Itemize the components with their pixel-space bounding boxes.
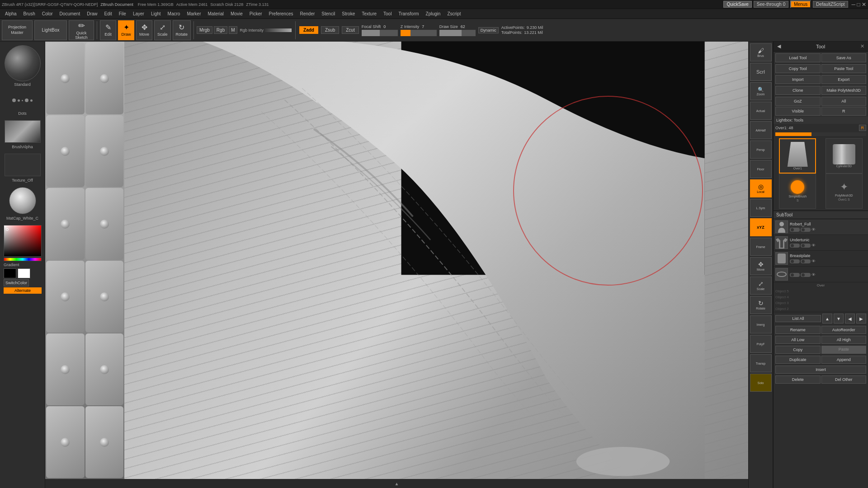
grid-cell-12[interactable] — [85, 406, 124, 478]
toggle-over-1[interactable] — [790, 273, 800, 277]
tool-thumb-polymesh3d[interactable]: ✦ PolyMesh3D Over1 S — [822, 174, 867, 209]
seethrough-button[interactable]: See-through 0 — [754, 1, 788, 8]
menu-item-render[interactable]: Render — [297, 10, 318, 17]
draw-button[interactable]: ✦ Draw — [118, 20, 134, 40]
eye-icon-robert[interactable]: 👁 — [811, 227, 816, 232]
eye-icon-undertunic[interactable]: 👁 — [811, 243, 816, 248]
load-tool-button[interactable]: Load Tool — [775, 53, 821, 62]
sculpt-tool-scale[interactable]: ⤢ Scale — [750, 277, 772, 295]
toggle-robert-1[interactable] — [790, 228, 800, 232]
menu-item-color[interactable]: Color — [39, 10, 56, 17]
sculpt-tool-aahalf[interactable]: AAHalf — [750, 121, 772, 139]
swatch-white[interactable] — [18, 268, 30, 278]
del-other-button[interactable]: Del Other — [821, 375, 867, 384]
append-button[interactable]: Append — [821, 356, 867, 364]
draw-size-slider[interactable] — [439, 30, 476, 36]
zadd-button[interactable]: Zadd — [299, 26, 318, 34]
auto-reorder-button[interactable]: AutoReorder — [821, 326, 867, 334]
arrow-down-button[interactable]: ▼ — [834, 314, 844, 324]
sculpt-tool-scroll[interactable]: Scrl — [750, 63, 772, 81]
export-button[interactable]: Export — [821, 75, 867, 84]
hue-bar[interactable] — [4, 258, 42, 261]
import-button[interactable]: Import — [775, 75, 821, 84]
toggle-breastplate-2[interactable] — [801, 259, 811, 263]
grid-cell-11[interactable] — [46, 406, 85, 478]
subtool-item-robert-full[interactable]: Robert_Full 👁 — [774, 219, 868, 235]
grid-cell-4[interactable] — [85, 115, 124, 187]
subtool-item-breastplate[interactable]: Breastplate 👁 — [774, 251, 868, 267]
menu-item-light[interactable]: Light — [148, 10, 164, 17]
sculpt-tool-polyf[interactable]: PolyF — [750, 335, 772, 353]
menu-item-macro[interactable]: Macro — [165, 10, 184, 17]
subtool-item-undertunic[interactable]: Undertunic 👁 — [774, 235, 868, 251]
right-panel-close-icon[interactable]: ✕ — [860, 43, 864, 49]
switch-color-button[interactable]: SwitchColor — [4, 279, 29, 286]
sculpt-tool-lsym[interactable]: L.Sym — [750, 199, 772, 217]
sculpt-tool-local[interactable]: ◎ Local — [750, 179, 772, 197]
lightbox-button[interactable]: LightBox — [34, 20, 67, 40]
sculpt-tool-actual[interactable]: Actual — [750, 102, 772, 120]
z-intensity-slider[interactable] — [401, 30, 437, 36]
grid-cell-9[interactable] — [46, 333, 85, 405]
goz-button[interactable]: GoZ — [775, 97, 821, 106]
menu-item-brush[interactable]: Brush — [20, 10, 38, 17]
duplicate-button[interactable]: Duplicate — [775, 356, 821, 364]
menu-item-stroke[interactable]: Stroke — [339, 10, 358, 17]
sculpt-tool-move[interactable]: ✥ Move — [750, 257, 772, 275]
copy-bottom-button[interactable]: Copy — [775, 346, 821, 354]
grid-cell-1[interactable] — [46, 42, 85, 114]
arm-render-area[interactable] — [124, 42, 748, 479]
make-polymesh-button[interactable]: Make PolyMesh3D — [821, 86, 867, 95]
arrow-right-button[interactable]: ▶ — [856, 314, 866, 324]
arrow-left-button[interactable]: ◀ — [845, 314, 855, 324]
swatch-black[interactable] — [4, 268, 16, 278]
sculpt-tool-solo[interactable]: Solo — [750, 374, 772, 392]
menu-item-movie[interactable]: Movie — [227, 10, 246, 17]
insert-button[interactable]: Insert — [775, 366, 866, 374]
copy-tool-button[interactable]: Copy Tool — [775, 64, 821, 73]
zsub-button[interactable]: Zsub — [321, 26, 339, 34]
sculpt-tool-rotate[interactable]: ↻ Rotate — [750, 296, 772, 314]
tool-thumb-over1[interactable]: Over1 — [775, 138, 820, 174]
move-button[interactable]: ✥ Move — [136, 20, 152, 40]
menu-item-edit[interactable]: Edit — [101, 10, 115, 17]
menu-item-document[interactable]: Document — [57, 10, 84, 17]
arrow-up-button[interactable]: ▲ — [822, 314, 832, 324]
menu-item-tool[interactable]: Tool — [380, 10, 395, 17]
menus-button[interactable]: Menus — [790, 0, 811, 8]
menu-item-alpha[interactable]: Alpha — [2, 10, 20, 17]
grid-cell-8[interactable] — [85, 261, 124, 333]
r-visible-button[interactable]: R — [821, 107, 867, 116]
menu-item-texture[interactable]: Texture — [359, 10, 380, 17]
toggle-undertunic-1[interactable] — [790, 244, 800, 248]
rgb-button[interactable]: Rgb — [214, 26, 227, 34]
menu-item-draw[interactable]: Draw — [84, 10, 100, 17]
zcut-button[interactable]: Zcut — [342, 26, 359, 34]
menu-item-transform[interactable]: Transform — [395, 10, 422, 17]
grid-cell-7[interactable] — [46, 261, 85, 333]
toggle-breastplate-1[interactable] — [790, 259, 800, 263]
toggle-undertunic-2[interactable] — [801, 244, 811, 248]
sculpt-tool-brush[interactable]: 🖌 Brus — [750, 43, 772, 61]
rotate-button[interactable]: ↻ Rotate — [173, 20, 191, 40]
sculpt-tool-frame[interactable]: Frame — [750, 238, 772, 256]
tool-thumb-cylinder[interactable]: Cylinder3D — [822, 138, 867, 174]
save-as-button[interactable]: Save As — [821, 53, 867, 62]
tool-thumb-simplebrush[interactable]: SimpleBrush S — [775, 174, 820, 209]
scale-button[interactable]: ⤢ Scale — [154, 20, 171, 40]
m-button[interactable]: M — [229, 26, 237, 34]
menu-item-layer[interactable]: Layer — [130, 10, 147, 17]
menu-item-stencil[interactable]: Stencil — [318, 10, 338, 17]
visible-button[interactable]: Visible — [775, 107, 821, 116]
grid-cell-2[interactable] — [85, 42, 124, 114]
menu-item-preferences[interactable]: Preferences — [266, 10, 297, 17]
r-count-button[interactable]: R — [859, 125, 867, 131]
texture-preview[interactable] — [5, 154, 41, 176]
grid-cell-6[interactable] — [85, 188, 124, 260]
focal-shift-slider[interactable] — [362, 30, 398, 36]
all-low-button[interactable]: All Low — [775, 336, 821, 344]
grid-cell-5[interactable] — [46, 188, 85, 260]
brush-preview[interactable] — [5, 45, 41, 81]
canvas-area[interactable]: ▲ — [45, 42, 748, 488]
delete-button[interactable]: Delete — [775, 375, 821, 384]
